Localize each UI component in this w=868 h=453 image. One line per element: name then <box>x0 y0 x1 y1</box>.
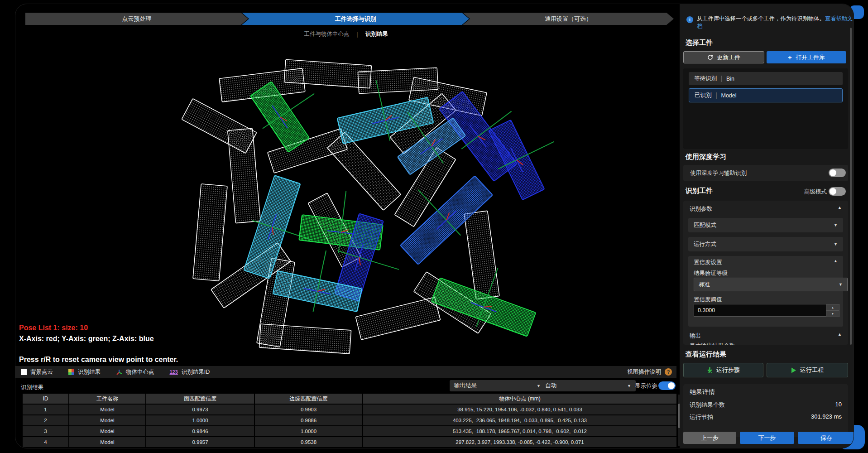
point-cloud-viewport[interactable] <box>15 42 676 366</box>
button-label: 保存 <box>820 434 832 442</box>
threshold-input[interactable]: 0.3000 <box>694 304 832 317</box>
legend-result-id[interactable]: 123 识别结果ID <box>170 368 210 376</box>
legend-background-cloud[interactable]: 背景点云 <box>21 368 53 376</box>
select-value: 标准 <box>699 281 710 289</box>
tab-label: 工件选择与识别 <box>335 15 376 23</box>
table-cell: Model <box>69 437 145 447</box>
button-label: 更新工件 <box>717 53 740 62</box>
view-help-label: 视图操作说明 <box>627 368 661 376</box>
item-divider <box>716 92 717 99</box>
axis-color-overlay: X-Axis: red; Y-Axis: green; Z-Axis: blue <box>19 335 154 343</box>
output-partial-row: 最大输出结果个数 <box>690 342 825 345</box>
subtab-recognition-result[interactable]: 识别结果 <box>365 30 388 38</box>
table-cell: 1 <box>23 405 68 414</box>
input-value: 0.3000 <box>698 307 715 313</box>
table-cell: Model <box>69 405 145 414</box>
previous-step-button[interactable]: 上一步 <box>683 432 736 444</box>
sidebar-scrollbar[interactable] <box>850 28 852 345</box>
table-cell: 2 <box>23 415 68 425</box>
tab-general-settings[interactable]: 通用设置（可选） <box>463 13 674 25</box>
table-row[interactable]: 4Model0.99570.9538297.822, 3.927, 1993.3… <box>23 437 676 447</box>
select-value: 运行方式 <box>694 241 716 248</box>
verify-level-label: 结果验证等级 <box>694 270 728 277</box>
match-mode-select[interactable]: 匹配模式 ▼ <box>688 218 843 232</box>
legend-label: 识别结果ID <box>182 368 210 376</box>
confidence-section-header[interactable]: 置信度设置 ▲ <box>694 259 838 266</box>
table-cell: 0.9903 <box>255 405 362 414</box>
spin-up-button[interactable]: ▲ <box>826 304 839 311</box>
legend-recognition-result[interactable]: 识别结果 <box>68 368 101 376</box>
refresh-icon <box>707 54 713 60</box>
auto-mode-select[interactable]: 自动 ▼ <box>541 380 636 391</box>
threshold-label: 置信度阈值 <box>694 296 722 304</box>
table-row[interactable]: 3Model0.98461.0000513.435, -188.178, 196… <box>23 426 676 436</box>
deep-learning-row-label: 使用深度学习辅助识别 <box>690 169 747 177</box>
table-cell: 4 <box>23 437 68 447</box>
verify-level-select[interactable]: 标准 ▼ <box>694 278 848 291</box>
open-workpiece-library-button[interactable]: + 打开工件库 <box>767 51 846 63</box>
legend-object-center[interactable]: 物体中心点 <box>116 368 154 376</box>
section-title: 识别参数 <box>690 205 712 213</box>
tab-label: 通用设置（可选） <box>545 15 592 23</box>
table-cell: 38.915, 15.220, 1954.106, -0.032, 0.840,… <box>363 405 676 414</box>
item-name: Model <box>721 92 737 99</box>
item-name: Bin <box>726 76 734 82</box>
question-icon[interactable]: ? <box>665 368 672 376</box>
tab-workpiece-recognition[interactable]: 工件选择与识别 <box>242 13 469 25</box>
plus-icon: + <box>788 53 792 61</box>
workpiece-item-model[interactable]: 已识别 Model <box>689 88 843 102</box>
play-icon <box>791 367 796 373</box>
deep-learning-title: 使用深度学习 <box>686 153 726 161</box>
view-help[interactable]: 视图操作说明 ? <box>627 368 672 376</box>
workpiece-item-bin[interactable]: 等待识别 Bin <box>689 72 843 85</box>
threshold-spinner: ▲ ▼ <box>826 304 839 317</box>
metric-result-count: 识别结果个数 10 <box>690 401 842 409</box>
save-button[interactable]: 保存 <box>798 432 854 444</box>
table-row[interactable]: 1Model0.99730.990338.915, 15.220, 1954.1… <box>23 405 676 414</box>
metric-label: 运行节拍 <box>690 413 713 421</box>
output-section-header[interactable]: 输出 ▲ <box>690 332 842 340</box>
toggle-knob <box>830 188 836 195</box>
table-cell: 0.9538 <box>255 437 362 447</box>
metric-value: 10 <box>835 401 842 409</box>
item-divider <box>721 76 722 82</box>
run-project-button[interactable]: 运行工程 <box>767 363 848 377</box>
deep-learning-toggle[interactable] <box>829 169 846 177</box>
advanced-mode-toggle[interactable] <box>829 187 846 196</box>
table-cell: 3 <box>23 426 68 436</box>
table-header-cell: 面匹配置信度 <box>146 394 254 404</box>
table-cell: Model <box>69 426 145 436</box>
show-pose-toggle[interactable] <box>658 381 676 390</box>
table-cell: 1.0000 <box>255 426 362 436</box>
clipped-label: 最大输出结果个数 <box>690 342 735 345</box>
tab-pointcloud-preprocess[interactable]: 点云预处理 <box>25 13 248 25</box>
metric-label: 识别结果个数 <box>690 401 725 409</box>
params-section-header[interactable]: 识别参数 ▲ <box>690 205 842 213</box>
chevron-up-icon: ▲ <box>838 205 842 213</box>
results-table-header: ID工件名称面匹配置信度边缘匹配置信度物体中心点 (mm) <box>23 394 676 404</box>
run-mode-select[interactable]: 运行方式 ▼ <box>688 237 843 251</box>
toggle-knob <box>830 169 836 176</box>
table-row[interactable]: 2Model1.00000.9886403.225, -236.065, 194… <box>23 415 676 425</box>
subtab-workpiece-centers[interactable]: 工件与物体中心点 <box>304 30 349 38</box>
item-tag: 已识别 <box>695 92 712 99</box>
button-label: 下一步 <box>758 434 776 442</box>
info-text-body: 从工件库中选择一个或多个工件，作为待识别物体。 <box>697 15 825 22</box>
table-cell: 403.225, -236.065, 1948.194, -0.033, 0.8… <box>363 415 676 425</box>
run-step-button[interactable]: 运行步骤 <box>683 363 763 377</box>
subtab-bar: 工件与物体中心点 | 识别结果 <box>15 30 676 38</box>
info-icon: i <box>686 16 693 23</box>
next-step-button[interactable]: 下一步 <box>740 432 794 444</box>
table-cell: 0.9957 <box>146 437 254 447</box>
refresh-workpiece-button[interactable]: 更新工件 <box>683 51 764 63</box>
advanced-mode-label: 高级模式 <box>804 188 827 196</box>
chevron-down-icon: ▼ <box>537 384 541 388</box>
legend-label: 物体中心点 <box>126 368 154 376</box>
pose-list-overlay: Pose List 1: size: 10 <box>19 324 88 332</box>
output-result-select[interactable]: 输出结果 ▼ <box>450 380 545 391</box>
spin-down-button[interactable]: ▼ <box>826 310 839 317</box>
table-cell: 0.9846 <box>146 426 254 436</box>
table-cell: 0.9973 <box>146 405 254 414</box>
table-cell: Model <box>69 415 145 425</box>
metric-value: 301.923 ms <box>811 413 842 421</box>
